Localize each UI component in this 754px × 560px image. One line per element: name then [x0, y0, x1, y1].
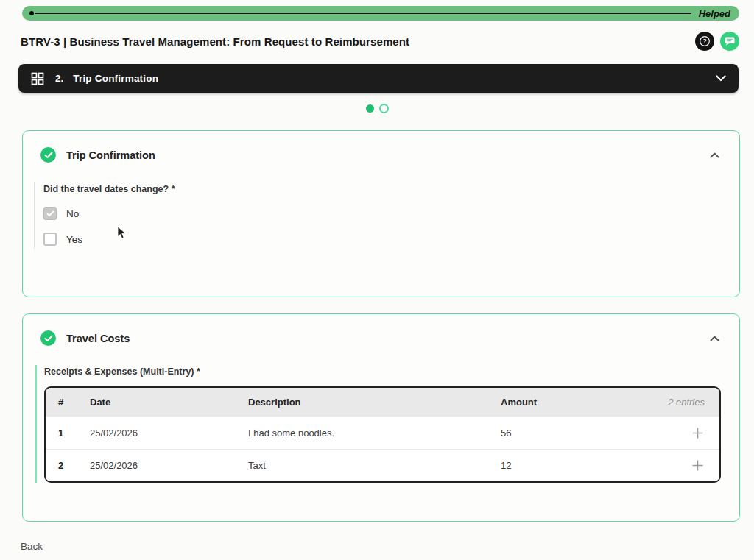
add-entry-button[interactable]	[690, 458, 705, 473]
checkbox-option-no[interactable]: No	[43, 207, 79, 220]
trip-confirmation-card: Trip Confirmation Did the travel dates c…	[22, 130, 740, 297]
field-label: Receipts & Expenses (Multi-Entry) *	[44, 366, 721, 377]
row-date: 25/02/2026	[90, 428, 248, 439]
travel-dates-question: Did the travel dates change? * No Yes	[34, 182, 739, 249]
travel-costs-card: Travel Costs Receipts & Expenses (Multi-…	[22, 313, 740, 522]
checkbox-option-yes[interactable]: Yes	[43, 233, 82, 246]
progress-bar: Helped	[22, 6, 739, 21]
header: BTRV-3 | Business Travel Management: Fro…	[21, 32, 739, 51]
table-row: 1 25/02/2026 I had some noodles. 56	[46, 417, 719, 449]
column-header-amount: Amount	[501, 397, 652, 408]
help-button[interactable]: ?	[695, 32, 714, 51]
add-entry-button[interactable]	[690, 425, 705, 440]
row-amount: 12	[501, 460, 652, 471]
row-description: I had some noodles.	[248, 428, 501, 439]
chevron-up-icon[interactable]	[710, 336, 719, 341]
expenses-table: # Date Description Amount 2 entries 1 25…	[44, 386, 721, 483]
expenses-table-header: # Date Description Amount 2 entries	[46, 388, 719, 417]
progress-line	[35, 13, 691, 14]
travel-costs-card-title: Travel Costs	[66, 333, 130, 344]
svg-text:?: ?	[702, 38, 706, 45]
back-button[interactable]: Back	[21, 541, 43, 552]
checkbox-option-no-label: No	[66, 208, 79, 219]
checkbox-option-yes-label: Yes	[66, 234, 82, 245]
column-header-date: Date	[90, 397, 248, 408]
question-label: Did the travel dates change? *	[43, 184, 739, 194]
trip-confirmation-card-header: Trip Confirmation	[23, 131, 739, 163]
progress-start-dot	[29, 11, 34, 15]
table-row: 2 25/02/2026 Taxt 12	[46, 449, 719, 481]
section-title: Trip Confirmation	[73, 73, 158, 84]
row-date: 25/02/2026	[90, 460, 248, 471]
chevron-up-icon[interactable]	[710, 152, 719, 158]
page-dot-active[interactable]	[366, 104, 374, 113]
checkbox-checked-icon[interactable]	[43, 207, 57, 220]
travel-costs-card-header: Travel Costs	[23, 314, 739, 346]
check-circle-icon	[40, 330, 56, 346]
chat-button[interactable]	[720, 32, 739, 51]
column-header-description: Description	[248, 397, 501, 408]
row-index: 2	[46, 460, 90, 471]
grid-icon	[31, 72, 44, 85]
receipts-expenses-field: Receipts & Expenses (Multi-Entry) * # Da…	[35, 365, 739, 483]
row-description: Taxt	[248, 460, 501, 471]
column-header-index: #	[46, 397, 90, 408]
pagination-dots	[0, 104, 754, 113]
section-number: 2.	[55, 73, 63, 84]
page-dot-inactive[interactable]	[379, 104, 389, 113]
checkbox-unchecked-icon[interactable]	[43, 233, 57, 246]
row-amount: 56	[501, 428, 652, 439]
chat-bubble-icon	[725, 36, 735, 46]
progress-status-label: Helped	[699, 8, 730, 19]
question-circle-icon: ?	[699, 35, 711, 47]
trip-confirmation-card-title: Trip Confirmation	[66, 149, 155, 161]
row-index: 1	[46, 428, 90, 439]
section-selector-bar[interactable]: 2. Trip Confirmation	[18, 64, 739, 93]
check-circle-icon	[40, 147, 56, 163]
page-title: BTRV-3 | Business Travel Management: Fro…	[21, 35, 695, 48]
chevron-down-icon[interactable]	[716, 75, 726, 82]
entries-count-badge: 2 entries	[652, 397, 719, 408]
